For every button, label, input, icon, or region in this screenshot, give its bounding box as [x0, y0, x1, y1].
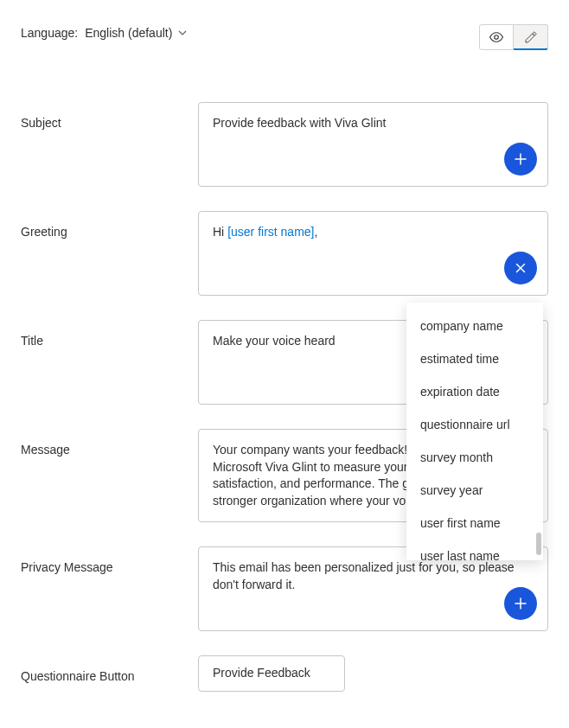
svg-point-0 — [495, 35, 499, 40]
greeting-input[interactable]: Hi [user first name], — [198, 211, 548, 296]
macro-option-estimated-time[interactable]: estimated time — [406, 342, 543, 375]
macro-option-survey-year[interactable]: survey year — [406, 474, 543, 507]
title-text: Make your voice heard — [213, 334, 336, 348]
add-macro-button[interactable] — [504, 143, 537, 176]
macro-option-user-first-name[interactable]: user first name — [406, 507, 543, 540]
questionnaire-button-input[interactable]: Provide Feedback — [198, 655, 345, 692]
subject-text: Provide feedback with Viva Glint — [213, 116, 387, 130]
view-mode-toggle — [479, 24, 548, 50]
edit-button[interactable] — [514, 24, 548, 50]
questionnaire-button-label: Questionnaire Button — [21, 655, 198, 683]
language-label: Language: — [21, 26, 78, 40]
title-label: Title — [21, 320, 198, 348]
eye-icon — [489, 29, 504, 45]
scrollbar-thumb[interactable] — [536, 533, 541, 555]
macro-option-company-name[interactable]: company name — [406, 310, 543, 342]
close-macro-button[interactable] — [504, 252, 537, 284]
message-label: Message — [21, 429, 198, 457]
pencil-icon — [524, 30, 538, 44]
macro-option-survey-month[interactable]: survey month — [406, 441, 543, 474]
macro-token: [user first name] — [227, 225, 314, 239]
privacy-text: This email has been personalized just fo… — [213, 560, 515, 591]
macro-option-questionnaire-url[interactable]: questionnaire url — [406, 408, 543, 441]
privacy-label: Privacy Message — [21, 546, 198, 574]
language-value: English (default) — [85, 26, 172, 40]
language-selector[interactable]: English (default) — [85, 26, 188, 40]
plus-icon — [513, 596, 528, 611]
subject-label: Subject — [21, 102, 198, 130]
greeting-label: Greeting — [21, 211, 198, 239]
subject-input[interactable]: Provide feedback with Viva Glint — [198, 102, 548, 187]
macro-option-user-last-name[interactable]: user last name — [406, 540, 543, 560]
questionnaire-button-text: Provide Feedback — [213, 666, 310, 680]
macro-dropdown: company name estimated time expiration d… — [406, 303, 543, 560]
plus-icon — [513, 151, 528, 167]
chevron-down-icon — [177, 28, 188, 38]
add-macro-button[interactable] — [504, 587, 537, 620]
greeting-text: Hi [user first name], — [213, 225, 317, 239]
macro-option-expiration-date[interactable]: expiration date — [406, 375, 543, 408]
close-icon — [513, 260, 528, 276]
preview-button[interactable] — [479, 24, 514, 50]
